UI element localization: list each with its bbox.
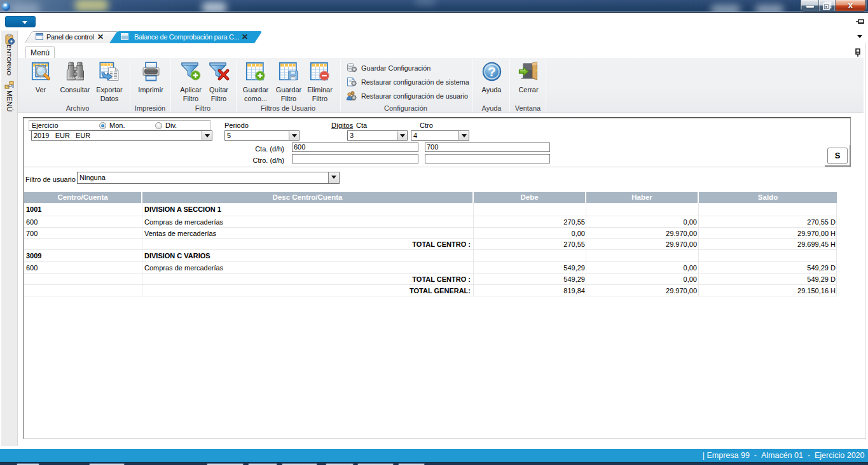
svg-text:?: ?: [488, 64, 496, 79]
